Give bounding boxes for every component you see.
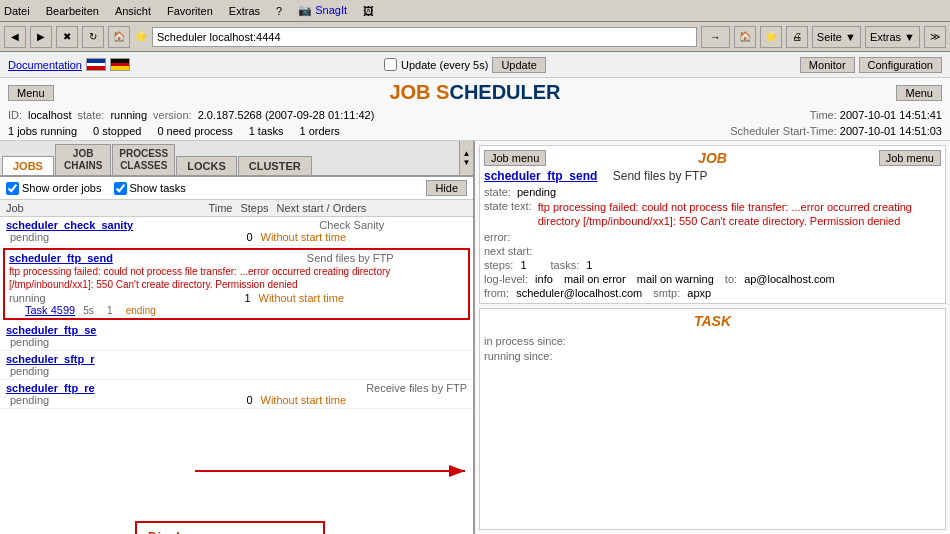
back-btn[interactable]: ◀ (4, 26, 26, 48)
task-detail-header: TASK (484, 313, 941, 329)
tab-scroll: ▲ ▼ (459, 141, 473, 175)
menu-bearbeiten[interactable]: Bearbeiten (46, 5, 99, 17)
main-content: Documentation Update (every 5s) Update M… (0, 52, 950, 534)
monitor-btn[interactable]: Monitor (800, 57, 855, 73)
version-label: version: (153, 109, 192, 121)
hide-btn[interactable]: Hide (426, 180, 467, 196)
show-order-jobs-checkbox[interactable] (6, 182, 19, 195)
tab-process-classes[interactable]: PROCESSCLASSES (112, 144, 175, 175)
home-icon-btn[interactable]: 🏠 (734, 26, 756, 48)
job-from-label: from: (484, 287, 509, 299)
job-3-name[interactable]: scheduler_ftp_se (6, 324, 467, 336)
job-5-name[interactable]: scheduler_ftp_re (6, 382, 366, 394)
tab-jobs[interactable]: JOBS (2, 156, 54, 175)
doc-label[interactable]: Documentation (8, 59, 82, 71)
scheduler-header: Menu JOB SCHEDULER Menu ID: localhost st… (0, 78, 950, 141)
jobs-table-header: Job Time Steps Next start / Orders (0, 200, 473, 217)
tab-locks[interactable]: LOCKS (176, 156, 237, 175)
task-4599-link[interactable]: Task 4599 (25, 304, 75, 316)
sched-info-left: ID: localhost state: running version: 2.… (8, 109, 374, 121)
show-tasks-checkbox[interactable] (114, 182, 127, 195)
job-statetext-label: state text: (484, 200, 532, 229)
job-row-3-top: scheduler_ftp_se (6, 324, 467, 336)
job-statetext-value: ftp processing failed: could not process… (538, 200, 941, 229)
tab-job-chains[interactable]: JOBCHAINS (55, 144, 111, 175)
task-in-process-label: in process since: (484, 335, 566, 347)
job-detail-statetext-row: state text: ftp processing failed: could… (484, 200, 941, 229)
extras-btn[interactable]: Extras ▼ (865, 26, 920, 48)
home-btn[interactable]: 🏠 (108, 26, 130, 48)
task-4599-steps: 1 (102, 305, 118, 316)
job-menu-right-btn[interactable]: Job menu (879, 150, 941, 166)
job-2-steps: 1 (215, 292, 251, 304)
job-detail-header: Job menu JOB Job menu (484, 150, 941, 166)
job-detail-nextstart-row: next start: (484, 245, 941, 257)
doc-links: Documentation (8, 58, 130, 71)
menu-help[interactable]: ? (276, 5, 282, 17)
job-detail-steps-tasks-row: steps: 1 tasks: 1 (484, 259, 941, 271)
page-btn[interactable]: Seite ▼ (812, 26, 861, 48)
update-label: Update (every 5s) (401, 59, 488, 71)
menu-extras[interactable]: Extras (229, 5, 260, 17)
print-btn[interactable]: 🖨 (786, 26, 808, 48)
menu-snagit[interactable]: 📷 SnagIt (298, 4, 347, 17)
job-to-value: ap@localhost.com (744, 273, 835, 285)
job-tasks-group: tasks: 1 (551, 259, 593, 271)
menu-ansicht[interactable]: Ansicht (115, 5, 151, 17)
job-menu-left-btn[interactable]: Job menu (484, 150, 546, 166)
job-row-4: scheduler_sftp_r pending (0, 351, 473, 380)
expand-btn[interactable]: ≫ (924, 26, 946, 48)
job-smtp-value: apxp (687, 287, 711, 299)
job-row-4-status: pending (6, 365, 467, 377)
stop-btn[interactable]: ✖ (56, 26, 78, 48)
scheduler-info: ID: localhost state: running version: 2.… (0, 107, 950, 125)
job-4-name[interactable]: scheduler_sftp_r (6, 353, 467, 365)
show-order-jobs-label[interactable]: Show order jobs (6, 182, 102, 195)
task-detail-title: TASK (694, 313, 731, 329)
col-time-header: Time (197, 202, 233, 214)
state-label: state: (77, 109, 104, 121)
job-5-next: Without start time (253, 394, 468, 406)
address-input[interactable] (152, 27, 697, 47)
tab-scroll-up[interactable]: ▲ (463, 149, 471, 158)
job-5-status: pending (10, 394, 217, 406)
menu-datei[interactable]: Datei (4, 5, 30, 17)
job-1-steps: 0 (217, 231, 253, 243)
job-row-2-error: scheduler_ftp_send Send files by FTP ftp… (3, 248, 470, 320)
config-btn[interactable]: Configuration (859, 57, 942, 73)
flag-uk[interactable] (86, 58, 106, 71)
update-checkbox[interactable] (384, 58, 397, 71)
left-menu-btn[interactable]: Menu (8, 85, 54, 101)
job-steps-label: steps: (484, 259, 513, 271)
job-2-error-text: ftp processing failed: could not process… (9, 264, 464, 292)
right-menu-btn[interactable]: Menu (896, 85, 942, 101)
show-tasks-text: Show tasks (130, 182, 186, 194)
job-detail-name[interactable]: scheduler_ftp_send (484, 169, 597, 183)
menu-icon[interactable]: 🖼 (363, 5, 374, 17)
flag-de[interactable] (110, 58, 130, 71)
job-3-status: pending (10, 336, 49, 348)
job-2-name[interactable]: scheduler_ftp_send (9, 252, 237, 264)
job-smtp-label: smtp: (653, 287, 680, 299)
go-btn[interactable]: → (701, 26, 730, 48)
tab-cluster[interactable]: CLUSTER (238, 156, 312, 175)
error-arrow-container (185, 451, 485, 491)
job-2-status: running (9, 292, 215, 304)
job-loglevel-value: info (535, 273, 553, 285)
job-1-name[interactable]: scheduler_check_sanity (6, 219, 237, 231)
orders: 1 orders (300, 125, 340, 137)
menu-favoriten[interactable]: Favoriten (167, 5, 213, 17)
update-btn[interactable]: Update (492, 57, 545, 73)
star-icon-btn[interactable]: ⭐ (760, 26, 782, 48)
forward-btn[interactable]: ▶ (30, 26, 52, 48)
job-row-3: scheduler_ftp_se pending (0, 322, 473, 351)
job-1-status: pending (10, 231, 217, 243)
error-arrow-svg (185, 451, 485, 491)
show-tasks-label[interactable]: Show tasks (114, 182, 186, 195)
logo-scheduler: SCHEDULER (431, 81, 561, 103)
logo-scheduler-text: CHEDULER (449, 81, 560, 103)
version-value: 2.0.187.5268 (2007-09-28 01:11:42) (198, 109, 375, 121)
time-label: Time: (810, 109, 837, 121)
tab-scroll-down[interactable]: ▼ (463, 158, 471, 167)
refresh-btn[interactable]: ↻ (82, 26, 104, 48)
